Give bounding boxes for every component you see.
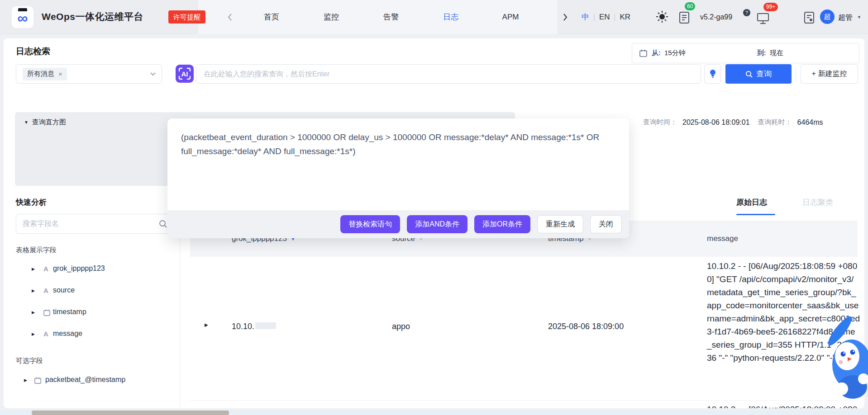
expand-caret-icon[interactable]: ▶ bbox=[32, 267, 35, 271]
weops-logo[interactable]: ∞ bbox=[12, 6, 33, 28]
infinity-icon: ∞ bbox=[12, 11, 33, 25]
replace-query-button[interactable]: 替换检索语句 bbox=[340, 215, 400, 233]
lang-zh[interactable]: 中 bbox=[582, 12, 589, 22]
add-or-condition-button[interactable]: 添加OR条件 bbox=[474, 215, 530, 233]
theme-sun-icon[interactable] bbox=[656, 10, 668, 23]
tab-log-clustering[interactable]: 日志聚类 bbox=[802, 197, 833, 208]
shown-fields-title: 表格展示字段 bbox=[16, 246, 57, 255]
page-title: 日志检索 bbox=[16, 46, 50, 57]
user-avatar[interactable]: 超 bbox=[820, 9, 835, 24]
tab-raw-logs[interactable]: 原始日志 bbox=[736, 197, 767, 208]
add-and-condition-button[interactable]: 添加AND条件 bbox=[407, 215, 467, 233]
field-item-packetbeat-timestamp[interactable]: ▶ packetbeat_@timestamp bbox=[4, 370, 178, 392]
selected-filter-tag: 所有消息 × bbox=[23, 68, 67, 80]
row-expand-icon[interactable]: ▶ bbox=[205, 322, 208, 327]
hint-bulb-button[interactable] bbox=[704, 64, 721, 84]
column-header-label: message bbox=[707, 234, 738, 243]
histogram-collapse-toggle[interactable]: ▼ 查询直方图 bbox=[24, 118, 66, 127]
text-type-icon: A bbox=[43, 330, 48, 338]
redaction-smudge bbox=[255, 322, 276, 329]
search-query-input[interactable] bbox=[196, 64, 701, 84]
field-item-source[interactable]: ▶ A source bbox=[4, 281, 178, 302]
lang-separator: | bbox=[614, 13, 616, 21]
field-item-grok[interactable]: ▶ A grok_ippppp123 bbox=[4, 259, 178, 281]
histogram-title: 查询直方图 bbox=[32, 118, 66, 127]
active-tab-underline bbox=[736, 214, 775, 215]
field-name: timestamp bbox=[53, 308, 86, 316]
time-range-picker[interactable]: 从: 15分钟 到: 现在 bbox=[632, 43, 859, 63]
nav-item-log[interactable]: 日志 bbox=[443, 0, 458, 34]
field-search-input[interactable] bbox=[16, 214, 172, 234]
cell-grok-ip: 10.10. bbox=[232, 322, 276, 331]
calendar-icon bbox=[43, 309, 50, 316]
generated-query-text[interactable]: (packetbeat_event_duration > 1000000 OR … bbox=[167, 118, 629, 170]
ai-label: AI bbox=[181, 70, 188, 78]
to-label: 到: bbox=[757, 49, 766, 57]
calendar-icon bbox=[639, 49, 647, 57]
search-icon bbox=[745, 71, 753, 78]
filter-tag-label: 所有消息 bbox=[27, 70, 54, 78]
cell-timestamp: 2025-08-06 18:09:00 bbox=[548, 322, 624, 331]
lang-en[interactable]: EN bbox=[599, 13, 610, 22]
optional-fields-title: 可选字段 bbox=[16, 357, 43, 365]
release-count-badge: 60 bbox=[685, 2, 695, 10]
expand-caret-icon[interactable]: ▶ bbox=[32, 310, 35, 315]
text-type-icon: A bbox=[43, 287, 48, 294]
query-time-value: 2025-08-06 18:09:01 bbox=[682, 118, 750, 127]
field-item-message[interactable]: ▶ A message bbox=[4, 324, 178, 346]
row-divider bbox=[190, 400, 858, 401]
expand-caret-icon[interactable]: ▶ bbox=[32, 332, 35, 336]
nav-item-apm[interactable]: APM bbox=[502, 0, 519, 34]
field-name: packetbeat_@timestamp bbox=[45, 376, 125, 384]
nav-item-alert[interactable]: 告警 bbox=[383, 0, 399, 34]
field-name: source bbox=[53, 286, 75, 294]
lang-kr[interactable]: KR bbox=[620, 13, 630, 22]
from-value[interactable]: 15分钟 bbox=[664, 49, 686, 57]
query-button-label: 查询 bbox=[756, 69, 772, 79]
query-button[interactable]: 查询 bbox=[725, 64, 792, 84]
chevron-down-icon bbox=[150, 72, 156, 76]
notifications-icon[interactable] bbox=[757, 13, 769, 24]
field-item-timestamp[interactable]: ▶ timestamp bbox=[4, 302, 178, 324]
query-info-bar: 查询时间： 2025-08-06 18:09:01 查询耗时： 6464ms bbox=[643, 118, 823, 127]
cell-source: appo bbox=[392, 322, 410, 331]
quick-analysis-title: 快速分析 bbox=[16, 197, 47, 208]
message-type-select[interactable]: 所有消息 × bbox=[16, 64, 162, 84]
cell-message: 10.10.2 - - [06/Aug/2025:18:09:00 +0800]… bbox=[707, 403, 860, 408]
release-notes-icon[interactable] bbox=[679, 11, 690, 24]
collapse-caret-icon: ▼ bbox=[24, 120, 29, 125]
top-bar: ∞ WeOps一体化运维平台 许可提醒 首页 监控 告警 日志 APM 中 | … bbox=[0, 0, 868, 34]
search-icon bbox=[159, 220, 167, 228]
from-label: 从: bbox=[652, 49, 661, 57]
to-value[interactable]: 现在 bbox=[770, 49, 783, 57]
ai-assistant-button[interactable]: AI bbox=[176, 65, 194, 83]
ai-query-popup: (packetbeat_event_duration > 1000000 OR … bbox=[167, 118, 629, 238]
audit-log-icon[interactable] bbox=[804, 11, 815, 24]
assistant-mascot[interactable] bbox=[824, 311, 868, 401]
version-help-icon[interactable]: ? bbox=[743, 9, 750, 16]
nav-scroll-right-icon[interactable] bbox=[563, 13, 568, 22]
license-alert-badge[interactable]: 许可提醒 bbox=[168, 10, 205, 24]
new-monitor-label: + 新建监控 bbox=[812, 69, 847, 79]
nav-scroll-left-icon[interactable] bbox=[227, 13, 233, 22]
nav-item-home[interactable]: 首页 bbox=[264, 0, 279, 34]
app-title: WeOps一体化运维平台 bbox=[42, 10, 143, 23]
user-name[interactable]: 超管 bbox=[838, 13, 853, 23]
column-header-message[interactable]: message bbox=[707, 221, 738, 257]
expand-caret-icon[interactable]: ▶ bbox=[24, 378, 27, 382]
new-monitor-button[interactable]: + 新建监控 bbox=[801, 64, 858, 84]
user-menu-caret-icon[interactable]: ▼ bbox=[857, 15, 861, 19]
nav-item-monitor[interactable]: 监控 bbox=[324, 0, 339, 34]
expand-caret-icon[interactable]: ▶ bbox=[32, 288, 35, 293]
horizontal-scrollbar bbox=[0, 410, 868, 415]
notification-count-badge: 99+ bbox=[763, 3, 778, 11]
version-label: v5.2-ga99 bbox=[700, 13, 732, 21]
button-divider bbox=[796, 66, 796, 82]
regenerate-button[interactable]: 重新生成 bbox=[537, 215, 583, 233]
remove-tag-icon[interactable]: × bbox=[58, 70, 62, 78]
scrollbar-thumb[interactable] bbox=[32, 410, 229, 415]
query-cost-label: 查询耗时： bbox=[758, 118, 792, 127]
query-cost-value: 6464ms bbox=[797, 118, 823, 127]
lang-separator: | bbox=[593, 13, 595, 21]
close-popup-button[interactable]: 关闭 bbox=[590, 215, 622, 233]
